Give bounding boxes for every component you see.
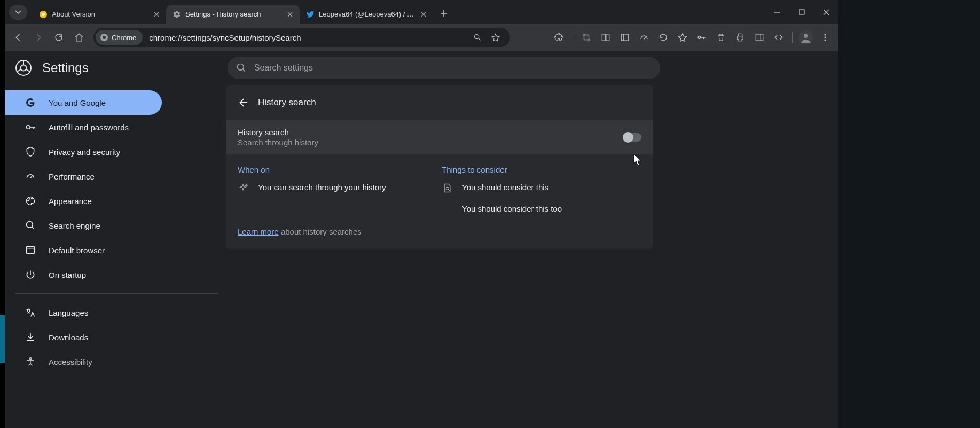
maximize-button[interactable] — [789, 3, 814, 22]
toolbar: Chrome chrome://settings/syncSetup/histo… — [5, 24, 838, 51]
zoom-icon — [473, 33, 482, 42]
sidebar-item-on-startup[interactable]: On startup — [5, 262, 162, 287]
history-search-toggle[interactable] — [623, 133, 641, 142]
svg-point-7 — [698, 36, 701, 39]
bookmarks-button[interactable] — [673, 28, 692, 46]
sidebar-item-search-engine[interactable]: Search engine — [5, 213, 162, 238]
plus-icon — [440, 10, 448, 17]
document-search-icon — [442, 183, 452, 193]
book-icon — [601, 33, 610, 42]
back-button[interactable] — [237, 97, 248, 108]
sidebar-item-label: Autofill and passwords — [49, 123, 129, 132]
palette-icon — [25, 196, 36, 206]
chrome-menu-button[interactable] — [816, 28, 834, 46]
passwords-button[interactable] — [693, 28, 711, 46]
devtools-button[interactable] — [770, 28, 788, 46]
sidebar-item-languages[interactable]: Languages — [5, 300, 162, 325]
sidebar-icon — [620, 33, 630, 42]
browser-icon — [25, 245, 36, 255]
bookmark-button[interactable] — [487, 28, 505, 46]
close-window-button[interactable] — [814, 3, 838, 22]
page-title: History search — [258, 97, 316, 108]
new-tab-button[interactable] — [436, 6, 451, 21]
consider-column: Things to consider You should consider t… — [442, 165, 641, 224]
toolbar-separator — [792, 32, 793, 43]
omnibox-chip[interactable]: Chrome — [96, 30, 143, 45]
toggle-knob-icon — [623, 132, 633, 143]
svg-point-16 — [237, 64, 244, 71]
search-tabs-button[interactable] — [9, 5, 27, 20]
settings-search-input[interactable]: Search settings — [228, 57, 660, 79]
profile-button[interactable] — [797, 28, 815, 46]
shield-icon — [25, 146, 36, 157]
svg-point-20 — [32, 198, 33, 199]
download-icon — [25, 332, 36, 343]
settings-content: History search History search Search thr… — [226, 85, 838, 428]
sidebar-item-label: Search engine — [49, 221, 100, 230]
settings-header: Settings Search settings — [5, 51, 838, 85]
screenshot-button[interactable] — [577, 28, 595, 46]
omnibox-zoom-button[interactable] — [468, 28, 487, 46]
address-bar[interactable]: Chrome chrome://settings/syncSetup/histo… — [93, 28, 510, 47]
sidebar-item-default-browser[interactable]: Default browser — [5, 238, 162, 262]
tab-about-version[interactable]: About Version — [33, 5, 166, 24]
sidebar-item-autofill[interactable]: Autofill and passwords — [5, 115, 162, 139]
history-search-card: History search History search Search thr… — [226, 85, 653, 249]
svg-rect-6 — [621, 34, 629, 41]
learn-more-link[interactable]: Learn more — [238, 227, 279, 236]
forward-button[interactable] — [29, 28, 48, 46]
row-title: History search — [238, 128, 623, 137]
sidebar-item-label: Default browser — [49, 246, 105, 255]
svg-point-21 — [27, 222, 33, 228]
sidebar-item-label: On startup — [49, 270, 86, 279]
performance-button[interactable] — [635, 28, 653, 46]
sidebar-item-privacy[interactable]: Privacy and security — [5, 139, 162, 164]
delete-data-button[interactable] — [712, 28, 730, 46]
svg-rect-8 — [756, 34, 763, 41]
close-icon[interactable] — [419, 10, 428, 19]
minimize-button[interactable] — [765, 3, 789, 22]
print-button[interactable] — [731, 28, 749, 46]
sidebar-item-performance[interactable]: Performance — [5, 164, 162, 189]
sidebar-item-downloads[interactable]: Downloads — [5, 325, 162, 349]
tab-twitter-leopeva64[interactable]: Leopeva64 (@Leopeva64) / Twi — [300, 5, 433, 24]
tab-title: Settings - History search — [185, 10, 281, 18]
svg-point-10 — [804, 34, 808, 38]
sidebar-item-you-and-google[interactable]: You and Google — [5, 90, 162, 115]
back-button[interactable] — [9, 28, 27, 46]
reading-list-button[interactable] — [616, 28, 634, 46]
home-button[interactable] — [70, 28, 88, 46]
learn-more-row: Learn more about history searches — [226, 226, 653, 249]
history-button[interactable] — [654, 28, 672, 46]
svg-point-17 — [27, 126, 30, 129]
search-icon — [236, 63, 247, 73]
panel-icon — [755, 33, 764, 42]
reader-mode-button[interactable] — [597, 28, 615, 46]
code-icon — [774, 33, 783, 42]
star-icon — [678, 33, 687, 42]
svg-point-12 — [824, 36, 826, 38]
sidebar-item-label: Languages — [49, 308, 88, 317]
when-on-title: When on — [238, 165, 437, 174]
tab-settings-history-search[interactable]: Settings - History search — [166, 5, 300, 24]
reload-button[interactable] — [50, 28, 68, 46]
maximize-icon — [799, 9, 805, 15]
close-icon[interactable] — [152, 10, 161, 19]
row-subtitle: Search through history — [238, 138, 623, 147]
extensions-button[interactable] — [550, 28, 568, 46]
sparkle-icon — [238, 183, 248, 193]
svg-point-18 — [28, 200, 29, 201]
sidebar-item-accessibility[interactable]: Accessibility — [5, 349, 162, 374]
toolbar-separator — [573, 32, 573, 43]
chrome-canary-favicon-icon — [39, 10, 48, 19]
settings-title: Settings — [42, 60, 89, 75]
close-icon[interactable] — [286, 10, 294, 19]
sidebar-item-appearance[interactable]: Appearance — [5, 189, 162, 213]
twitter-favicon-icon — [306, 10, 315, 19]
side-panel-button[interactable] — [750, 28, 769, 46]
svg-point-1 — [42, 13, 45, 16]
toolbar-actions — [550, 28, 834, 46]
sidebar-item-label: You and Google — [49, 98, 106, 107]
svg-point-24 — [446, 187, 449, 190]
tab-title: About Version — [52, 10, 148, 18]
